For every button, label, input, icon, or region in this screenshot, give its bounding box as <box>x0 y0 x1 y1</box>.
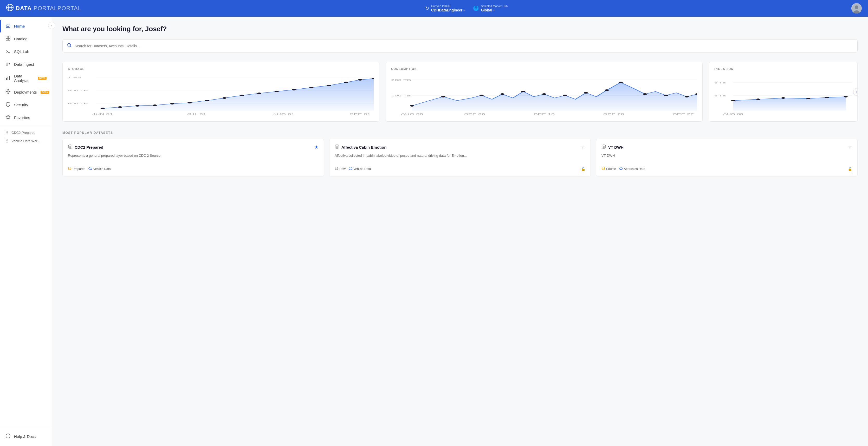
svg-rect-7 <box>6 36 8 38</box>
sidebar-item-data-analysis[interactable]: Data Analysis BETA <box>0 71 52 86</box>
sidebar-divider <box>0 126 52 126</box>
env-text: ConVeh PROD CDHDataEngineer ▾ <box>431 4 465 12</box>
svg-text:SEP 13: SEP 13 <box>534 113 555 116</box>
svg-point-98 <box>349 169 350 170</box>
vehicle-sub-icon: 🗄 <box>5 139 9 143</box>
svg-point-100 <box>602 145 606 146</box>
sidebar-item-catalog[interactable]: Catalog <box>0 32 52 45</box>
chart-nav-arrow[interactable]: › <box>853 88 858 95</box>
security-icon <box>5 102 11 108</box>
svg-point-45 <box>275 91 279 92</box>
dataset-vtdwh-tag-aftersales: Aftersales Data <box>619 167 645 171</box>
search-input[interactable] <box>74 44 853 48</box>
sidebar-sub-item-vehicle[interactable]: 🗄 Vehicle Data War... <box>0 137 52 145</box>
sidebar-item-favorites-label: Favorites <box>14 116 30 120</box>
svg-point-62 <box>479 95 484 96</box>
search-bar[interactable] <box>62 39 858 53</box>
dataset-cdc2-tag-vehicle: Vehicle Data <box>88 167 111 171</box>
svg-point-104 <box>621 169 622 170</box>
svg-point-47 <box>309 87 313 88</box>
svg-text:AUG 30: AUG 30 <box>723 113 743 116</box>
svg-point-36 <box>118 106 122 108</box>
consumption-chart-card: CONSUMPTION 200 TB 100 TB <box>385 62 703 122</box>
svg-point-65 <box>542 93 546 95</box>
sidebar-sub-item-cdc2-label: CDC2 Prepared <box>11 131 36 135</box>
svg-text:AUG 01: AUG 01 <box>273 113 295 116</box>
svg-rect-16 <box>6 78 7 80</box>
sidebar-item-help[interactable]: i Help & Docs <box>0 430 52 443</box>
svg-rect-17 <box>7 77 8 80</box>
deployments-beta-badge: BETA <box>40 91 50 94</box>
market-dropdown-arrow: ▾ <box>493 8 495 12</box>
sidebar-sub-item-cdc2[interactable]: 🗄 CDC2 Prepared <box>0 128 52 137</box>
svg-text:1 PB: 1 PB <box>68 76 82 79</box>
dataset-card-affectiva[interactable]: Affectiva Cabin Emotion ☆ Affectiva coll… <box>329 139 591 177</box>
market-dropdown[interactable]: 🌐 Selected Market Hub Global ▾ <box>473 4 507 12</box>
dataset-affectiva-tag-vehicle: Vehicle Data <box>349 167 371 171</box>
sidebar-collapse-button[interactable]: ‹ <box>48 22 55 29</box>
vehicle-tag-icon <box>88 167 92 171</box>
dataset-card-cdc2[interactable]: CDC2 Prepared ★ Represents a general pre… <box>62 139 324 177</box>
svg-text:800 TB: 800 TB <box>68 89 88 92</box>
header-center: ↻ ConVeh PROD CDHDataEngineer ▾ 🌐 Select… <box>425 4 507 12</box>
svg-point-48 <box>327 85 331 86</box>
env-dropdown[interactable]: ↻ ConVeh PROD CDHDataEngineer ▾ <box>425 4 465 12</box>
app-header: DATA PORTALPORTAL ↻ ConVeh PROD CDHDataE… <box>0 0 868 17</box>
svg-point-87 <box>825 97 829 98</box>
svg-rect-9 <box>6 38 8 40</box>
svg-point-64 <box>521 91 525 92</box>
sidebar-item-favorites[interactable]: Favorites <box>0 111 52 124</box>
sidebar: ‹ Home Catalog <box>0 17 52 446</box>
sidebar-sub-item-vehicle-label: Vehicle Data War... <box>11 139 40 143</box>
svg-rect-18 <box>9 76 10 80</box>
svg-point-70 <box>643 93 647 95</box>
dataset-cdc2-tag-prepared: Prepared <box>68 167 85 171</box>
sidebar-item-security-label: Security <box>14 103 28 107</box>
storage-chart-card: STORAGE 1 PB <box>62 62 379 122</box>
env-dropdown-arrow: ▾ <box>463 8 465 12</box>
user-avatar[interactable] <box>851 3 862 13</box>
svg-point-99 <box>351 169 352 170</box>
svg-text:AUG 30: AUG 30 <box>401 113 423 116</box>
catalog-icon <box>5 36 11 42</box>
sidebar-item-sqllab[interactable]: SQL Lab <box>0 45 52 58</box>
svg-point-67 <box>584 92 588 94</box>
charts-row: STORAGE 1 PB <box>62 62 858 122</box>
sidebar-item-security[interactable]: Security <box>0 98 52 111</box>
svg-point-38 <box>153 104 157 106</box>
svg-point-93 <box>89 169 90 170</box>
app-body: ‹ Home Catalog <box>0 17 868 446</box>
svg-point-96 <box>335 167 338 168</box>
dataset-cdc2-star[interactable]: ★ <box>314 144 318 150</box>
logo-text: DATA PORTALPORTAL <box>16 5 82 12</box>
deployments-icon <box>5 89 11 95</box>
sidebar-item-deployments[interactable]: Deployments BETA <box>0 86 52 98</box>
datasets-section-title: MOST POPULAR DATASETS <box>62 131 858 135</box>
prepared-icon <box>68 167 71 171</box>
svg-point-44 <box>257 93 261 94</box>
sidebar-item-data-ingest[interactable]: Data Ingest <box>0 58 52 71</box>
ingestion-chart-svg: 6 TB 5 TB AUG 30 <box>714 74 852 116</box>
dataset-card-vtdwh[interactable]: VT DWH ☆ VT-DWH Source <box>596 139 858 177</box>
svg-text:SEP 06: SEP 06 <box>464 113 485 116</box>
dataset-vtdwh-tag-source: Source <box>601 167 616 171</box>
dataset-affectiva-icon <box>335 144 339 150</box>
sidebar-item-deployments-label: Deployments <box>14 90 37 94</box>
dataset-vtdwh-star[interactable]: ☆ <box>848 144 852 150</box>
favorites-icon <box>5 114 11 121</box>
data-analysis-beta-badge: BETA <box>38 77 46 80</box>
svg-text:SEP 27: SEP 27 <box>673 113 694 116</box>
svg-point-85 <box>781 97 785 99</box>
dataset-vtdwh-icon <box>601 144 606 150</box>
dataset-affectiva-star[interactable]: ☆ <box>581 144 585 150</box>
svg-rect-92 <box>89 168 92 169</box>
vehicle2-tag-icon <box>349 167 352 171</box>
svg-point-23 <box>10 91 10 92</box>
svg-point-103 <box>620 169 621 170</box>
svg-line-28 <box>70 46 71 47</box>
home-icon <box>5 23 11 29</box>
sidebar-item-data-ingest-label: Data Ingest <box>14 62 34 67</box>
sidebar-item-home[interactable]: Home <box>0 20 52 32</box>
svg-point-22 <box>6 91 7 92</box>
page-greeting: What are you looking for, Josef? <box>62 25 858 33</box>
